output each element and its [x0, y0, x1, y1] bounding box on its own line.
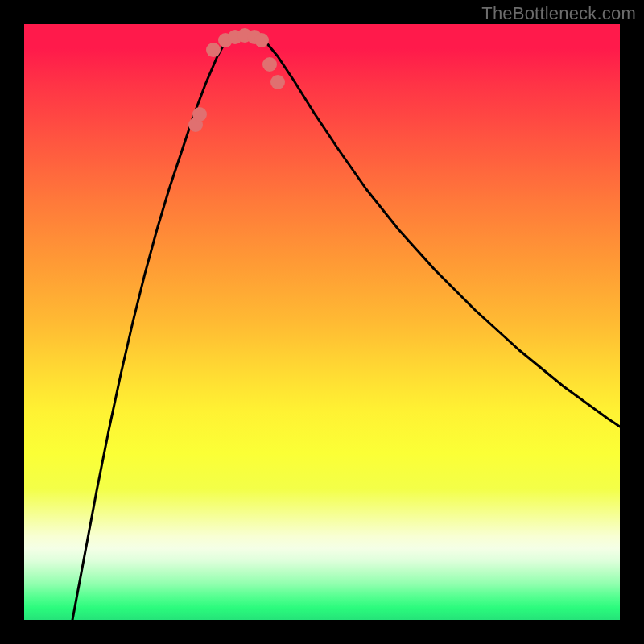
chart-frame: TheBottleneck.com — [0, 0, 644, 644]
data-point — [192, 107, 207, 122]
right-curve-path — [266, 42, 620, 427]
data-point — [270, 75, 285, 89]
curve-layer — [24, 24, 620, 620]
data-point — [206, 43, 221, 57]
plot-area — [24, 24, 620, 620]
data-point — [262, 57, 277, 72]
watermark-text: TheBottleneck.com — [481, 3, 636, 24]
data-point — [254, 33, 269, 47]
left-curve-path — [72, 42, 225, 620]
